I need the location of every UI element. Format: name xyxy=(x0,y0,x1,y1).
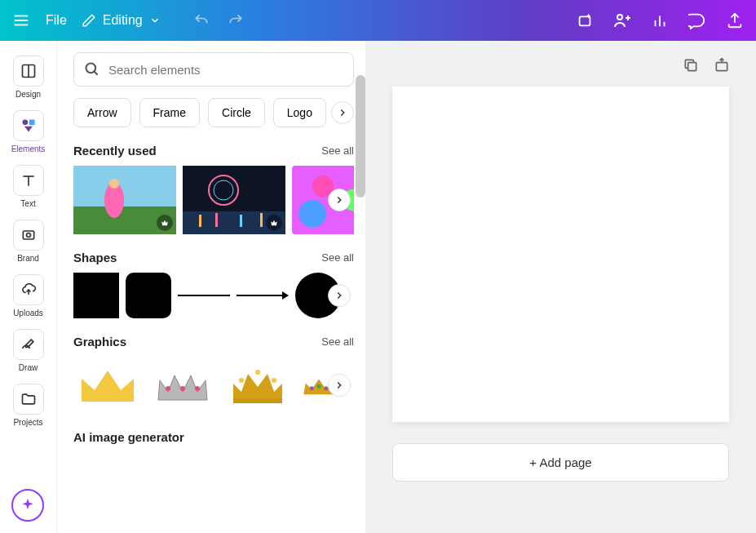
recently-used-seeall[interactable]: See all xyxy=(321,144,354,157)
chip-frame[interactable]: Frame xyxy=(139,98,200,127)
search-icon xyxy=(84,61,100,78)
side-toolrail: Design Elements Text Brand Uploads Draw … xyxy=(0,41,57,533)
cloud-upload-icon xyxy=(20,282,37,298)
toolrail-projects[interactable]: Projects xyxy=(4,380,53,430)
crown-icon xyxy=(150,362,215,408)
svg-point-4 xyxy=(617,15,622,20)
sparkle-icon xyxy=(20,497,36,513)
svg-rect-15 xyxy=(23,231,33,239)
top-navbar: File Editing xyxy=(0,0,756,41)
toolrail-label: Uploads xyxy=(13,309,43,318)
design-canvas[interactable] xyxy=(392,87,729,422)
toolrail-uploads[interactable]: Uploads xyxy=(4,271,53,321)
toolrail-label: Brand xyxy=(17,254,39,263)
editing-mode-dropdown[interactable]: Editing xyxy=(82,13,161,28)
shapes-next-button[interactable] xyxy=(328,284,351,307)
comment-icon[interactable] xyxy=(687,11,707,30)
search-box[interactable] xyxy=(73,52,354,87)
svg-point-42 xyxy=(317,384,321,389)
svg-rect-45 xyxy=(716,63,727,71)
graphic-crown-gold[interactable] xyxy=(223,357,292,414)
toolrail-draw[interactable]: Draw xyxy=(4,326,53,375)
canvas-area: + Add page xyxy=(365,41,756,533)
graphic-crown-silver[interactable] xyxy=(148,357,217,414)
recent-item[interactable] xyxy=(183,166,285,234)
share-people-icon[interactable] xyxy=(612,11,632,30)
chevron-right-icon xyxy=(334,194,345,206)
toolrail-design[interactable]: Design xyxy=(4,52,53,102)
svg-marker-14 xyxy=(24,127,33,132)
shapes-icon xyxy=(20,118,37,134)
shapes-title: Shapes xyxy=(73,251,117,264)
toolrail-label: Draw xyxy=(19,363,38,372)
editing-label: Editing xyxy=(103,13,143,28)
svg-point-17 xyxy=(86,64,96,73)
toolrail-label: Projects xyxy=(13,418,42,427)
svg-point-34 xyxy=(166,386,170,391)
svg-rect-28 xyxy=(215,213,218,227)
draw-icon xyxy=(20,336,37,353)
shape-rounded-square[interactable] xyxy=(126,273,171,318)
graphics-title: Graphics xyxy=(73,335,126,349)
search-input[interactable] xyxy=(108,63,343,77)
pencil-icon xyxy=(82,13,96,28)
svg-marker-33 xyxy=(282,291,289,300)
add-page-button[interactable]: + Add page xyxy=(392,443,729,482)
svg-line-18 xyxy=(95,72,98,75)
svg-point-41 xyxy=(310,386,314,390)
premium-badge-icon xyxy=(157,215,173,231)
analytics-icon[interactable] xyxy=(650,11,670,30)
svg-rect-37 xyxy=(233,398,282,403)
toolrail-label: Elements xyxy=(11,144,46,153)
svg-point-40 xyxy=(272,378,276,383)
redo-button[interactable] xyxy=(226,11,245,30)
svg-rect-19 xyxy=(73,166,176,207)
shapes-seeall[interactable]: See all xyxy=(321,251,354,264)
graphics-next-button[interactable] xyxy=(328,374,351,397)
recent-next-button[interactable] xyxy=(328,189,351,211)
toolrail-label: Design xyxy=(15,90,41,99)
crown-icon xyxy=(75,362,140,408)
crown-icon xyxy=(225,362,290,408)
svg-point-16 xyxy=(26,233,30,238)
shape-arrow[interactable] xyxy=(237,273,289,318)
chip-logo[interactable]: Logo xyxy=(273,98,326,127)
brand-icon xyxy=(20,227,37,243)
graphic-crown-flat[interactable] xyxy=(73,357,142,414)
duplicate-page-button[interactable] xyxy=(683,57,701,75)
svg-rect-29 xyxy=(240,215,242,227)
expand-page-button[interactable] xyxy=(714,57,732,75)
ai-image-generator-title: AI image generator xyxy=(73,430,184,444)
shape-square[interactable] xyxy=(73,273,119,318)
graphics-seeall[interactable]: See all xyxy=(321,335,354,348)
toolrail-text[interactable]: Text xyxy=(4,162,53,211)
svg-point-36 xyxy=(195,386,200,391)
svg-rect-30 xyxy=(260,213,263,227)
toolrail-brand[interactable]: Brand xyxy=(4,216,53,266)
ai-assistant-button[interactable] xyxy=(11,489,44,522)
chips-next-button[interactable] xyxy=(331,101,354,124)
elements-panel: Arrow Frame Circle Logo Recently used Se… xyxy=(57,41,365,533)
svg-point-22 xyxy=(109,179,119,189)
menu-icon[interactable] xyxy=(11,11,31,30)
export-icon[interactable] xyxy=(725,11,745,30)
undo-button[interactable] xyxy=(192,11,211,30)
svg-point-39 xyxy=(255,370,260,375)
shape-line[interactable] xyxy=(178,273,230,318)
svg-point-12 xyxy=(22,120,28,126)
folder-icon xyxy=(20,391,37,407)
file-menu[interactable]: File xyxy=(46,13,67,28)
recent-item[interactable] xyxy=(73,166,176,234)
svg-point-38 xyxy=(239,378,244,383)
layout-icon xyxy=(20,63,37,79)
chevron-right-icon xyxy=(334,290,345,301)
svg-point-35 xyxy=(180,386,185,391)
chip-arrow[interactable]: Arrow xyxy=(73,98,131,127)
toolrail-elements[interactable]: Elements xyxy=(4,107,53,157)
chevron-right-icon xyxy=(337,107,348,118)
recently-used-title: Recently used xyxy=(73,144,157,158)
chip-circle[interactable]: Circle xyxy=(208,98,265,127)
svg-rect-44 xyxy=(688,63,696,71)
scrollbar-thumb[interactable] xyxy=(356,75,365,198)
sparkle-icon[interactable] xyxy=(575,11,595,30)
